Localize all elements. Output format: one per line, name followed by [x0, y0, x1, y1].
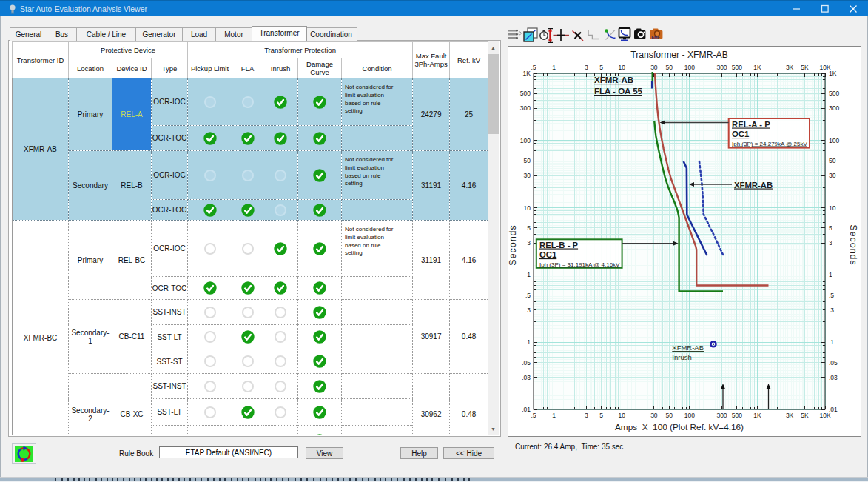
svg-text:Iph (3P) = 31.191kA @ 4.16kV: Iph (3P) = 31.191kA @ 4.16kV [539, 261, 620, 268]
svg-text:30: 30 [650, 412, 658, 419]
svg-text:5K: 5K [801, 64, 809, 71]
svg-text:REL-B - P: REL-B - P [539, 241, 579, 250]
svg-text:.03: .03 [522, 374, 531, 381]
svg-text:500: 500 [829, 90, 839, 97]
svg-text:30: 30 [524, 172, 531, 179]
svg-text:Transformer - XFMR-AB: Transformer - XFMR-AB [630, 50, 728, 60]
svg-text:5: 5 [599, 412, 603, 419]
svg-text:Amps X 100 (Plot Ref. kV=4.1: Amps X 100 (Plot Ref. kV=4.16) [615, 422, 744, 432]
svg-text:.5: .5 [829, 292, 834, 299]
svg-text:3: 3 [585, 64, 588, 71]
svg-text:XFMR-AB: XFMR-AB [672, 344, 704, 352]
svg-text:FLA - OA 55: FLA - OA 55 [594, 87, 643, 96]
svg-text:100: 100 [520, 137, 531, 144]
svg-text:5: 5 [527, 224, 531, 232]
svg-text:.01: .01 [522, 406, 531, 413]
svg-text:30: 30 [829, 172, 836, 179]
svg-text:3K: 3K [786, 412, 794, 419]
svg-text:.05: .05 [522, 359, 531, 366]
svg-text:10: 10 [829, 204, 836, 212]
svg-text:10: 10 [618, 64, 625, 71]
svg-text:100: 100 [829, 137, 839, 144]
svg-text:100: 100 [684, 64, 695, 71]
svg-text:XFMR-AB: XFMR-AB [594, 76, 633, 84]
svg-text:Inrush: Inrush [672, 353, 691, 361]
svg-text:1K: 1K [753, 64, 761, 71]
svg-text:.1: .1 [525, 338, 531, 346]
svg-text:1: 1 [527, 271, 531, 278]
svg-text:OC1: OC1 [539, 250, 556, 259]
svg-text:1: 1 [552, 412, 556, 419]
svg-text:50: 50 [665, 412, 673, 419]
svg-text:EMF: EMF [652, 35, 661, 39]
svg-text:Seconds: Seconds [508, 224, 518, 266]
svg-text:5: 5 [599, 64, 603, 71]
svg-text:1K: 1K [523, 70, 531, 77]
svg-text:3: 3 [527, 239, 531, 247]
svg-text:OC1: OC1 [732, 130, 749, 138]
svg-text:5K: 5K [801, 412, 809, 419]
svg-text:.5: .5 [531, 64, 536, 71]
svg-text:300: 300 [716, 64, 727, 71]
svg-text:1: 1 [552, 64, 556, 71]
svg-text:1: 1 [829, 271, 832, 278]
svg-text:50: 50 [524, 157, 531, 164]
svg-text:Iph (3P) = 24.279kA @ 25kV: Iph (3P) = 24.279kA @ 25kV [732, 141, 807, 147]
svg-text:XFMR-AB: XFMR-AB [734, 181, 773, 190]
svg-text:300: 300 [520, 104, 531, 112]
svg-text:.03: .03 [829, 374, 838, 381]
svg-text:3: 3 [585, 412, 588, 419]
svg-text:REL-A - P: REL-A - P [732, 120, 770, 129]
svg-text:30: 30 [650, 64, 658, 71]
svg-text:10: 10 [618, 412, 625, 419]
svg-text:.5: .5 [525, 292, 531, 299]
svg-text:500: 500 [732, 412, 742, 419]
svg-text:Seconds: Seconds [848, 224, 858, 266]
svg-text:3K: 3K [786, 64, 794, 71]
svg-text:100: 100 [684, 412, 695, 419]
svg-text:.1: .1 [829, 338, 834, 346]
svg-text:.5: .5 [531, 412, 536, 419]
svg-text:500: 500 [520, 90, 531, 97]
svg-text:1K: 1K [829, 70, 837, 77]
svg-text:.3: .3 [829, 307, 834, 314]
svg-text:3: 3 [829, 239, 832, 247]
svg-text:.3: .3 [525, 307, 531, 314]
svg-text:.01: .01 [829, 406, 838, 413]
svg-text:300: 300 [716, 412, 727, 419]
svg-text:1K: 1K [753, 412, 761, 419]
svg-text:50: 50 [829, 157, 836, 164]
svg-text:50: 50 [665, 64, 673, 71]
svg-text:500: 500 [732, 64, 742, 71]
svg-text:10: 10 [524, 204, 531, 212]
svg-text:300: 300 [829, 104, 839, 112]
svg-text:5: 5 [829, 224, 832, 232]
svg-text:.05: .05 [829, 359, 838, 366]
